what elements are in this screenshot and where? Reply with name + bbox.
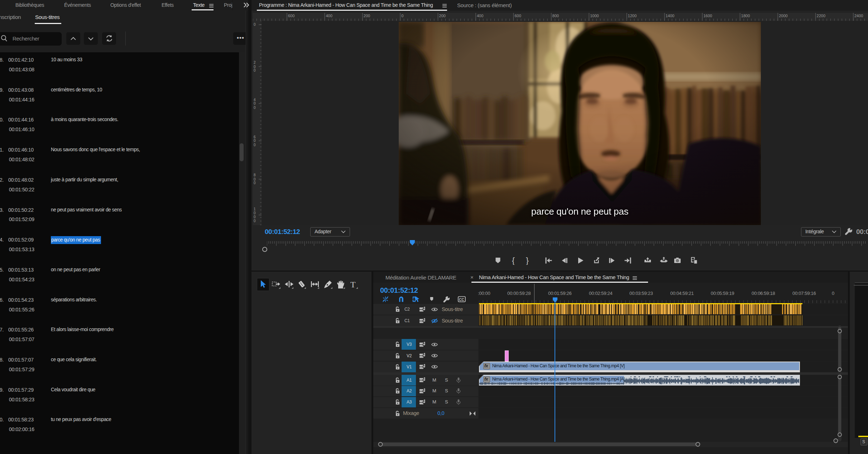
svg-text:200: 200	[364, 14, 370, 18]
svg-text:0: 0	[254, 106, 256, 110]
svg-text:400: 400	[477, 14, 483, 18]
svg-text:1800: 1800	[741, 14, 750, 18]
svg-text:8: 8	[254, 173, 256, 177]
svg-text:}: }	[526, 256, 529, 265]
svg-text:200: 200	[439, 14, 446, 18]
svg-text:0: 0	[254, 215, 256, 219]
svg-text:2400: 2400	[854, 14, 863, 18]
svg-text:1: 1	[254, 207, 256, 211]
svg-text:0: 0	[254, 139, 256, 143]
svg-text:0: 0	[254, 143, 256, 147]
svg-text:CC: CC	[459, 298, 464, 302]
svg-text:T: T	[350, 280, 356, 289]
svg-text:0: 0	[254, 68, 256, 72]
svg-text:0: 0	[254, 219, 256, 223]
svg-text:2200: 2200	[817, 14, 825, 18]
svg-text:0: 0	[254, 101, 256, 105]
svg-text:0: 0	[254, 23, 256, 27]
svg-text:2: 2	[254, 61, 256, 64]
svg-text:1200: 1200	[628, 14, 637, 18]
svg-text:0: 0	[254, 181, 256, 185]
svg-text:1000: 1000	[590, 14, 599, 18]
svg-text:1600: 1600	[703, 14, 712, 18]
svg-text:600: 600	[514, 14, 521, 18]
svg-text:0: 0	[401, 14, 403, 18]
svg-text:800: 800	[552, 14, 559, 18]
svg-text:2000: 2000	[779, 14, 787, 18]
svg-text:1400: 1400	[666, 14, 674, 18]
svg-text:600: 600	[288, 14, 294, 18]
svg-text:{: {	[512, 256, 515, 265]
svg-text:0: 0	[254, 211, 256, 215]
svg-text:400: 400	[326, 14, 332, 18]
